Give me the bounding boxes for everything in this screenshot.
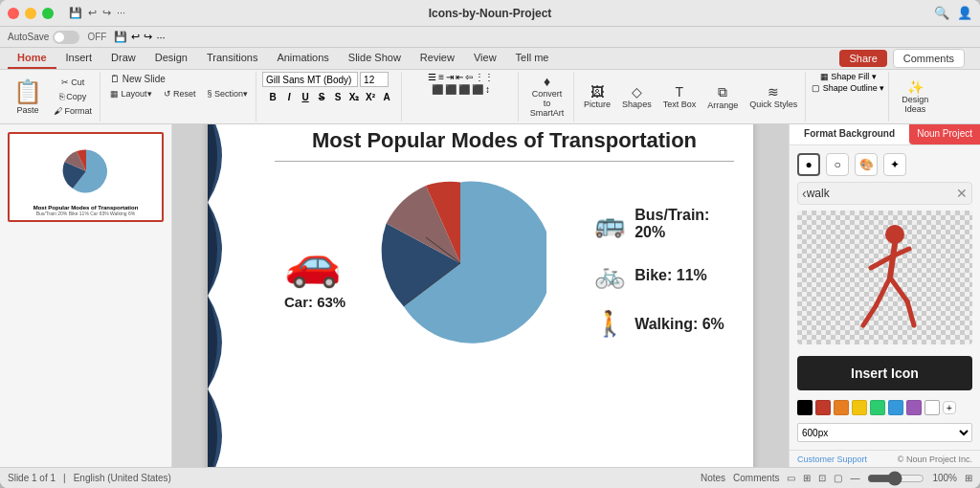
convert-smartart-button[interactable]: ♦ Convert to SmartArt: [524, 72, 569, 120]
save-icon-sm: 💾: [114, 31, 127, 43]
solid-icon-button[interactable]: ●: [797, 153, 820, 176]
all-icon-button[interactable]: ✦: [883, 153, 906, 176]
paste-button[interactable]: 📋 Paste: [8, 77, 48, 117]
subscript-button[interactable]: X₂: [346, 89, 362, 104]
tab-view[interactable]: View: [464, 48, 506, 69]
more-icon[interactable]: ···: [117, 7, 125, 19]
strikethrough-button[interactable]: S: [314, 89, 329, 104]
notes-button[interactable]: Notes: [701, 473, 725, 483]
maximize-button[interactable]: [42, 8, 54, 19]
tab-design[interactable]: Design: [145, 48, 197, 69]
tab-animations[interactable]: Animations: [267, 48, 338, 69]
undo-icon-sm[interactable]: ↩: [131, 31, 140, 43]
slide[interactable]: Most Popular Modes of Transportation 🚗 C…: [208, 124, 753, 467]
color-purple[interactable]: [906, 400, 922, 415]
layout-button[interactable]: ▦ Layout▾: [106, 87, 156, 100]
tab-slideshow[interactable]: Slide Show: [339, 48, 411, 69]
outline-icon-button[interactable]: ○: [826, 153, 849, 176]
section-button[interactable]: § Section▾: [204, 87, 253, 100]
insert-icon-button[interactable]: Insert Icon: [797, 356, 972, 390]
size-select[interactable]: 600px 300px 100px: [797, 423, 972, 442]
cut-button[interactable]: ✂ Cut: [50, 76, 96, 89]
svg-line-9: [907, 301, 914, 325]
close-button[interactable]: [8, 8, 19, 19]
new-slide-button[interactable]: 🗒 New Slide: [106, 72, 169, 86]
titlebar: 💾 ↩ ↪ ··· Icons-by-Noun-Project 🔍 👤: [0, 0, 980, 27]
font-family-input[interactable]: [262, 72, 358, 87]
shadow-button[interactable]: S: [330, 89, 345, 104]
color-red[interactable]: [815, 400, 831, 415]
zoom-level: 100%: [932, 473, 957, 483]
bus-icon: 🚌: [594, 210, 625, 239]
design-ideas-button[interactable]: ✨ Design Ideas: [895, 78, 935, 116]
arrange-button[interactable]: ⧉ Arrange: [703, 82, 742, 112]
tab-insert[interactable]: Insert: [56, 48, 102, 69]
bold-button[interactable]: B: [265, 89, 280, 104]
search-input[interactable]: [807, 183, 956, 204]
quick-styles-button[interactable]: ≋ Quick Styles: [746, 82, 801, 111]
columns-icon: ⋮⋮: [475, 72, 494, 82]
view-reading-icon[interactable]: ⊡: [818, 473, 826, 483]
fontcolor-button[interactable]: A: [379, 89, 394, 104]
comments-button[interactable]: Comments: [893, 49, 965, 68]
walking-figure-svg: [842, 220, 928, 335]
shape-format-group: ▦ Shape Fill ▾ ▢ Shape Outline ▾: [808, 72, 889, 122]
tab-noun-project[interactable]: Noun Project: [909, 124, 980, 144]
color-white[interactable]: [924, 400, 940, 415]
color-orange[interactable]: [834, 400, 849, 415]
text-box-button[interactable]: T Text Box: [659, 82, 701, 111]
status-right: Notes Comments ▭ ⊞ ⊡ ▢ — 100% ⊞: [701, 473, 972, 483]
traffic-lights: [8, 8, 54, 19]
paste-group: 📋 Paste ✂ Cut ⎘ Copy 🖌 Format: [4, 72, 100, 122]
tab-draw[interactable]: Draw: [101, 48, 145, 69]
zoom-slider[interactable]: [867, 475, 924, 482]
autosave-toggle[interactable]: [53, 31, 79, 44]
tab-review[interactable]: Review: [411, 48, 464, 69]
search-icon[interactable]: 🔍: [934, 6, 949, 20]
color-icon-button[interactable]: 🎨: [855, 153, 878, 176]
font-size-input[interactable]: [360, 72, 389, 87]
italic-button[interactable]: I: [281, 89, 297, 104]
comments-button-status[interactable]: Comments: [733, 473, 779, 483]
view-normal-icon[interactable]: ▭: [787, 473, 795, 483]
ribbon-toolbar: 📋 Paste ✂ Cut ⎘ Copy 🖌 Format 🗒 New Slid…: [0, 70, 980, 123]
minimize-button[interactable]: [25, 8, 36, 19]
tab-home[interactable]: Home: [8, 48, 56, 69]
view-slide-icon[interactable]: ▢: [834, 473, 842, 483]
tab-tell-me[interactable]: Tell me: [506, 48, 559, 69]
fit-icon[interactable]: ⊞: [965, 473, 972, 483]
app-window: 💾 ↩ ↪ ··· Icons-by-Noun-Project 🔍 👤 Auto…: [0, 0, 980, 488]
customer-support-link[interactable]: Customer Support: [797, 455, 867, 464]
slide-title: Most Popular Modes of Transportation: [275, 128, 734, 153]
more-icon-sm[interactable]: ···: [156, 32, 165, 43]
tab-format-background[interactable]: Format Background: [790, 124, 909, 144]
view-grid-icon[interactable]: ⊞: [803, 473, 811, 483]
tab-transitions[interactable]: Transitions: [197, 48, 267, 69]
picture-button[interactable]: 🖼 Picture: [580, 82, 614, 111]
walk-legend-item: 🚶 Walking: 6%: [594, 309, 724, 339]
superscript-button[interactable]: X²: [363, 89, 378, 104]
shapes-button[interactable]: ◇ Shapes: [618, 82, 656, 111]
slide-main-content: Most Popular Modes of Transportation 🚗 C…: [208, 124, 753, 388]
formatting-buttons: B I U S S X₂ X² A: [265, 89, 394, 104]
undo-icon[interactable]: ↩: [88, 7, 97, 19]
car-icon: 🚗: [284, 236, 345, 290]
color-yellow[interactable]: [852, 400, 867, 415]
copy-button[interactable]: ⎘ Copy: [50, 90, 96, 103]
slide-thumbnail-1[interactable]: Most Popular Modes of Transportation Bus…: [8, 132, 164, 222]
color-black[interactable]: [797, 400, 813, 415]
share-icon[interactable]: 👤: [957, 6, 972, 20]
legend: 🚌 Bus/Train: 20% 🚲 Bike: 11% 🚶 Walking: …: [594, 207, 724, 339]
share-button[interactable]: Share: [839, 50, 886, 67]
redo-icon-sm[interactable]: ↪: [144, 31, 152, 43]
format-button[interactable]: 🖌 Format: [50, 104, 96, 118]
reset-button[interactable]: ↺ Reset: [160, 87, 200, 100]
redo-icon[interactable]: ↪: [102, 7, 111, 19]
align-left-icon: ⬛: [432, 84, 443, 95]
color-green[interactable]: [870, 400, 885, 415]
add-color-button[interactable]: +: [943, 401, 956, 414]
clear-search-button[interactable]: ✕: [956, 186, 968, 201]
color-swatches: +: [797, 400, 972, 415]
color-blue[interactable]: [888, 400, 903, 415]
underline-button[interactable]: U: [298, 89, 313, 104]
